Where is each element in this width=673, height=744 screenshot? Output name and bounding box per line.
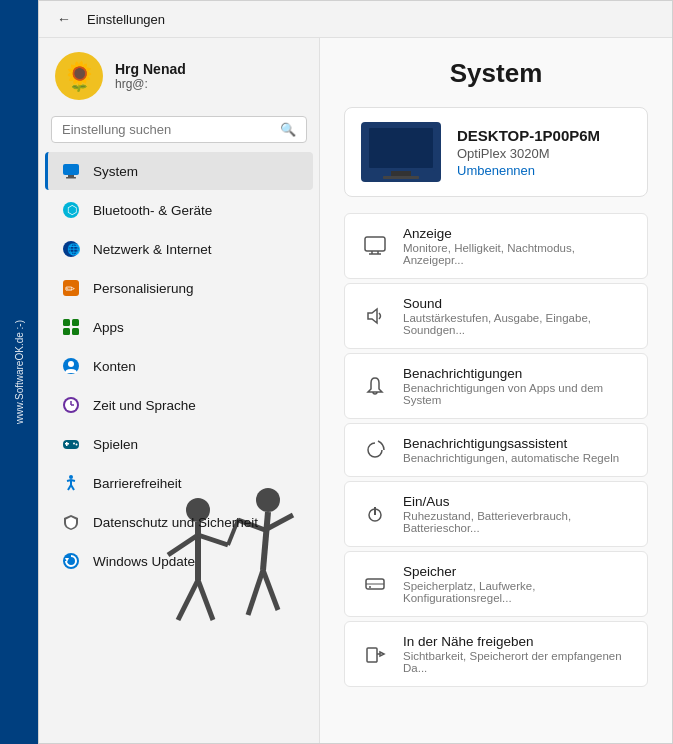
- settings-item-nearby[interactable]: In der Nähe freigeben Sichtbarkeit, Spei…: [344, 621, 648, 687]
- svg-point-23: [76, 444, 78, 446]
- sidebar-item-accounts-label: Konten: [93, 359, 136, 374]
- settings-item-focus[interactable]: Benachrichtigungsassistent Benachrichtig…: [344, 423, 648, 477]
- sidebar-nav: System ⬡ Bluetooth- & Geräte 🌐 Netzwerk …: [39, 151, 319, 581]
- display-desc: Monitore, Helligkeit, Nachtmodus, Anzeig…: [403, 242, 631, 266]
- power-desc: Ruhezustand, Batterieverbrauch, Batterie…: [403, 510, 631, 534]
- notifications-icon: [361, 372, 389, 400]
- nearby-icon: [361, 640, 389, 668]
- sidebar-item-accounts[interactable]: Konten: [45, 347, 313, 385]
- svg-rect-29: [391, 171, 411, 176]
- svg-rect-30: [383, 176, 419, 179]
- title-bar: ← Einstellungen: [39, 1, 672, 38]
- content-area: 🌻 Hrg Nenad hrg@: 🔍: [39, 38, 672, 743]
- user-name: Hrg Nenad: [115, 61, 186, 77]
- sidebar-item-system-label: System: [93, 164, 138, 179]
- storage-desc: Speicherplatz, Laufwerke, Konfigurations…: [403, 580, 631, 604]
- panel-title: System: [344, 58, 648, 89]
- display-icon: [361, 232, 389, 260]
- storage-title: Speicher: [403, 564, 631, 579]
- sidebar-item-bluetooth-label: Bluetooth- & Geräte: [93, 203, 212, 218]
- focus-icon: [361, 436, 389, 464]
- privacy-icon: [61, 512, 81, 532]
- svg-rect-28: [369, 128, 433, 168]
- sidebar-item-update[interactable]: Windows Update: [45, 542, 313, 580]
- svg-text:✏: ✏: [65, 282, 75, 296]
- sidebar-item-privacy[interactable]: Datenschutz und Sicherheit: [45, 503, 313, 541]
- focus-desc: Benachrichtigungen, automatische Regeln: [403, 452, 619, 464]
- avatar: 🌻: [55, 52, 103, 100]
- back-button[interactable]: ←: [51, 9, 77, 29]
- accounts-icon: [61, 356, 81, 376]
- svg-rect-41: [367, 648, 377, 662]
- svg-rect-10: [72, 319, 79, 326]
- personalization-icon: ✏: [61, 278, 81, 298]
- update-icon: [61, 551, 81, 571]
- svg-rect-2: [66, 177, 76, 179]
- bluetooth-icon: ⬡: [61, 200, 81, 220]
- settings-item-notifications[interactable]: Benachrichtigungen Benachrichtigungen vo…: [344, 353, 648, 419]
- settings-window: ← Einstellungen 🌻 Hrg Nenad hrg@: 🔍: [38, 0, 673, 744]
- settings-item-storage[interactable]: Speicher Speicherplatz, Laufwerke, Konfi…: [344, 551, 648, 617]
- sidebar-item-time[interactable]: Zeit und Sprache: [45, 386, 313, 424]
- notifications-desc: Benachrichtigungen von Apps und dem Syst…: [403, 382, 631, 406]
- power-title: Ein/Aus: [403, 494, 631, 509]
- storage-icon: [361, 570, 389, 598]
- apps-icon: [61, 317, 81, 337]
- nearby-title: In der Nähe freigeben: [403, 634, 631, 649]
- svg-rect-1: [68, 175, 74, 177]
- svg-marker-35: [368, 309, 377, 323]
- svg-point-22: [73, 443, 75, 445]
- sidebar-item-network[interactable]: 🌐 Netzwerk & Internet: [45, 230, 313, 268]
- user-email: hrg@:: [115, 77, 186, 91]
- sidebar-item-time-label: Zeit und Sprache: [93, 398, 196, 413]
- settings-item-power[interactable]: Ein/Aus Ruhezustand, Batterieverbrauch, …: [344, 481, 648, 547]
- svg-text:⬡: ⬡: [67, 203, 77, 217]
- search-input[interactable]: [62, 122, 272, 137]
- sound-icon: [361, 302, 389, 330]
- svg-rect-21: [66, 442, 68, 446]
- user-info: Hrg Nenad hrg@:: [115, 61, 186, 91]
- watermark-sidebar: www.SoftwareOK.de :-): [0, 0, 38, 744]
- sidebar-item-system[interactable]: System: [45, 152, 313, 190]
- accessibility-icon: [61, 473, 81, 493]
- svg-rect-11: [63, 328, 70, 335]
- monitor-icon: [361, 122, 441, 182]
- device-info: DESKTOP-1P00P6M OptiPlex 3020M Umbenenne…: [457, 127, 600, 178]
- svg-point-24: [69, 475, 73, 479]
- sidebar-item-personalization[interactable]: ✏ Personalisierung: [45, 269, 313, 307]
- settings-item-display[interactable]: Anzeige Monitore, Helligkeit, Nachtmodus…: [344, 213, 648, 279]
- sidebar-item-update-label: Windows Update: [93, 554, 195, 569]
- sidebar-item-privacy-label: Datenschutz und Sicherheit: [93, 515, 258, 530]
- notifications-title: Benachrichtigungen: [403, 366, 631, 381]
- nearby-desc: Sichtbarkeit, Speicherort der empfangene…: [403, 650, 631, 674]
- sound-title: Sound: [403, 296, 631, 311]
- sidebar-item-network-label: Netzwerk & Internet: [93, 242, 212, 257]
- time-icon: [61, 395, 81, 415]
- network-icon: 🌐: [61, 239, 81, 259]
- sidebar: 🌻 Hrg Nenad hrg@: 🔍: [39, 38, 319, 743]
- svg-point-14: [68, 361, 74, 367]
- sidebar-item-accessibility[interactable]: Barrierefreiheit: [45, 464, 313, 502]
- sidebar-item-bluetooth[interactable]: ⬡ Bluetooth- & Geräte: [45, 191, 313, 229]
- gaming-icon: [61, 434, 81, 454]
- display-title: Anzeige: [403, 226, 631, 241]
- sidebar-item-apps-label: Apps: [93, 320, 124, 335]
- settings-item-sound[interactable]: Sound Lautstärkestufen, Ausgabe, Eingabe…: [344, 283, 648, 349]
- right-panel: System DESKTOP-1P00P6M OptiPlex 3020M: [319, 38, 672, 743]
- user-profile[interactable]: 🌻 Hrg Nenad hrg@:: [39, 38, 319, 112]
- settings-list: Anzeige Monitore, Helligkeit, Nachtmodus…: [344, 213, 648, 687]
- rename-link[interactable]: Umbenennen: [457, 163, 600, 178]
- svg-text:🌐: 🌐: [67, 242, 81, 256]
- search-box[interactable]: 🔍: [51, 116, 307, 143]
- svg-rect-12: [72, 328, 79, 335]
- focus-title: Benachrichtigungsassistent: [403, 436, 619, 451]
- device-model: OptiPlex 3020M: [457, 146, 600, 161]
- sidebar-item-gaming[interactable]: Spielen: [45, 425, 313, 463]
- sound-desc: Lautstärkestufen, Ausgabe, Eingabe, Soun…: [403, 312, 631, 336]
- sidebar-item-gaming-label: Spielen: [93, 437, 138, 452]
- svg-rect-31: [365, 237, 385, 251]
- system-icon: [61, 161, 81, 181]
- sidebar-item-apps[interactable]: Apps: [45, 308, 313, 346]
- watermark-text: www.SoftwareOK.de :-): [14, 320, 25, 424]
- sidebar-item-accessibility-label: Barrierefreiheit: [93, 476, 182, 491]
